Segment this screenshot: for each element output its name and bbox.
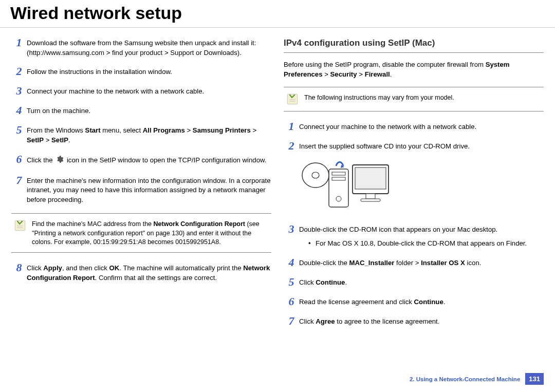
- step-body: Download the software from the Samsung w…: [27, 37, 271, 58]
- bold-all-programs: All Programs: [143, 126, 185, 134]
- bold-ok: OK: [109, 264, 120, 272]
- step-body: Double-click the CD-ROM icon that appear…: [299, 223, 544, 248]
- page-title: Wired network setup: [0, 0, 555, 28]
- step-number: 6: [11, 154, 27, 165]
- step-6: 6 Click the icon in the SetIP window to …: [11, 154, 271, 166]
- step-number: 3: [284, 223, 299, 235]
- bold-agree: Agree: [316, 318, 335, 325]
- bold-continue: Continue: [316, 278, 345, 286]
- step-2: 2 Follow the instructions in the install…: [11, 66, 271, 77]
- text: Read the license agreement and click: [299, 298, 414, 306]
- text: Click: [299, 278, 316, 286]
- right-column: IPv4 configuration using SetIP (Mac) Bef…: [284, 37, 544, 335]
- step-body: Click Apply, and then click OK. The mach…: [27, 262, 271, 283]
- text: . The machine will automatically print t…: [119, 264, 243, 272]
- step-7: 7 Click Agree to agree to the license ag…: [284, 315, 544, 327]
- section-title-ipv4-mac: IPv4 configuration using SetIP (Mac): [284, 37, 544, 53]
- text: folder >: [394, 259, 421, 267]
- cd-computer-illustration: [300, 155, 544, 217]
- sub-bullet: For Mac OS X 10.8, Double-click the CD-R…: [308, 239, 544, 249]
- step-8: 8 Click Apply, and then click OK. The ma…: [11, 262, 271, 283]
- footer-chapter: 2. Using a Network-Connected Machine: [410, 376, 520, 382]
- page-footer: 2. Using a Network-Connected Machine 131: [410, 373, 544, 385]
- svg-rect-0: [15, 220, 25, 231]
- step-3: 3 Connect your machine to the network wi…: [11, 85, 271, 97]
- step-5: 5 Click Continue.: [284, 276, 544, 288]
- step-body: Read the license agreement and click Con…: [299, 296, 544, 307]
- text: icon.: [465, 259, 482, 267]
- bold-setip2: SetIP: [51, 136, 68, 144]
- step-4: 4 Double-click the MAC_Installer folder …: [284, 257, 544, 268]
- step-body: Double-click the MAC_Installer folder > …: [299, 257, 544, 268]
- bold-start: Start: [85, 126, 101, 134]
- bold-setip: SetIP: [27, 136, 44, 144]
- note-box-may-vary: The following instructions may vary from…: [284, 87, 544, 111]
- step-number: 4: [284, 257, 299, 268]
- step-3: 3 Double-click the CD-ROM icon that appe…: [284, 223, 544, 248]
- text: Find the machine's MAC address from the: [32, 220, 154, 228]
- text: Click: [27, 264, 43, 272]
- text: menu, select: [101, 126, 143, 134]
- step-number: 5: [11, 124, 27, 136]
- step-1: 1 Download the software from the Samsung…: [11, 37, 271, 58]
- text: . Confirm that all the settings are corr…: [95, 274, 217, 282]
- bold-installer-osx: Installer OS X: [421, 259, 465, 267]
- svg-rect-14: [366, 194, 375, 199]
- text: Double-click the: [299, 259, 349, 267]
- step-body: Insert the supplied software CD into you…: [299, 140, 544, 152]
- bold-samsung-printers: Samsung Printers: [193, 126, 251, 134]
- note-box-mac-address: Find the machine's MAC address from the …: [11, 213, 271, 253]
- text: Click: [299, 318, 316, 325]
- step-number: 3: [11, 85, 27, 97]
- text: .: [345, 278, 347, 286]
- step-body: Connect your machine to the network with…: [27, 85, 271, 97]
- content-columns: 1 Download the software from the Samsung…: [0, 28, 555, 335]
- step-body: Connect your machine to the network with…: [299, 121, 544, 132]
- svg-point-6: [302, 163, 329, 188]
- text: >: [323, 70, 330, 78]
- bold-firewall: Firewall: [365, 70, 390, 78]
- step-body: Follow the instructions in the installat…: [27, 66, 271, 77]
- bold-continue: Continue: [414, 298, 443, 306]
- text: , and then click: [62, 264, 109, 272]
- step-body: From the Windows Start menu, select All …: [27, 124, 271, 145]
- intro-paragraph: Before using the SetIP program, disable …: [284, 60, 544, 79]
- step-number: 1: [11, 37, 27, 48]
- gear-icon: [55, 155, 64, 166]
- step-body: Turn on the machine.: [27, 105, 271, 116]
- step-number: 4: [11, 105, 27, 116]
- text: Before using the SetIP program, disable …: [284, 61, 486, 68]
- text: >: [44, 136, 51, 144]
- text: .: [390, 70, 392, 78]
- svg-rect-13: [355, 167, 386, 189]
- step-6: 6 Read the license agreement and click C…: [284, 296, 544, 307]
- text: .: [68, 136, 70, 144]
- bold-network-config-report: Network Configuration Report: [154, 220, 245, 228]
- step-number: 7: [284, 315, 299, 327]
- step-number: 5: [284, 276, 299, 288]
- step-number: 2: [284, 140, 299, 152]
- note-body: Find the machine's MAC address from the …: [32, 219, 269, 247]
- text: Click the: [27, 156, 54, 164]
- note-icon: [286, 92, 299, 106]
- step-2: 2 Insert the supplied software CD into y…: [284, 140, 544, 152]
- text: .: [443, 298, 446, 306]
- left-column: 1 Download the software from the Samsung…: [11, 37, 271, 335]
- svg-rect-15: [361, 199, 380, 201]
- svg-rect-3: [287, 94, 298, 104]
- bold-security: Security: [330, 70, 357, 78]
- bold-mac-installer: MAC_Installer: [349, 259, 394, 267]
- step-number: 6: [284, 296, 299, 307]
- text: Double-click the CD-ROM icon that appear…: [299, 226, 497, 233]
- step-body: Click Agree to agree to the license agre…: [299, 315, 544, 327]
- text: >: [357, 70, 365, 78]
- note-body: The following instructions may vary from…: [304, 92, 542, 106]
- step-5: 5 From the Windows Start menu, select Al…: [11, 124, 271, 145]
- text: to agree to the license agreement.: [335, 318, 440, 325]
- step-body: Enter the machine's new information into…: [27, 175, 271, 205]
- note-icon: [13, 219, 27, 232]
- step-7: 7 Enter the machine's new information in…: [11, 175, 271, 205]
- step-number: 8: [11, 262, 27, 273]
- bold-apply: Apply: [43, 264, 62, 272]
- footer-page-number: 131: [525, 373, 544, 385]
